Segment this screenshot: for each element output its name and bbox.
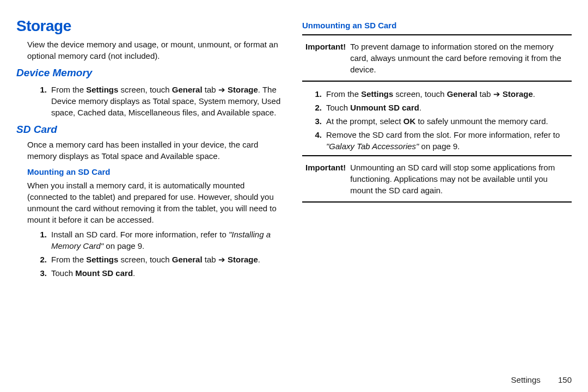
step-number: 2. — [33, 254, 47, 265]
step-text: From the Settings screen, touch General … — [51, 255, 260, 264]
step-text: At the prompt, select OK to safely unmou… — [326, 117, 548, 126]
storage-lead: View the device memory and usage, or mou… — [27, 39, 286, 62]
unmount-step-3: 3. At the prompt, select OK to safely un… — [308, 115, 572, 127]
right-column: Unmounting an SD Card Important! To prev… — [302, 15, 572, 365]
unmount-step-4: 4. Remove the SD card from the slot. For… — [308, 129, 572, 152]
mounting-desc: When you install a memory card, it is au… — [27, 180, 286, 225]
important-label: Important! — [305, 162, 346, 196]
important-prevent-damage: Important! To prevent damage to informat… — [302, 34, 572, 82]
mount-step-1: 1. Install an SD card. For more informat… — [33, 229, 286, 252]
heading-unmounting: Unmounting an SD Card — [302, 20, 572, 31]
step-number: 3. — [33, 267, 47, 279]
heading-device-memory: Device Memory — [16, 66, 286, 81]
footer-page-number: 150 — [558, 375, 572, 384]
device-memory-steps: 1. From the Settings screen, touch Gener… — [33, 84, 286, 118]
step-number: 4. — [308, 129, 322, 140]
step-text: Touch Mount SD card. — [51, 268, 135, 278]
mount-step-2: 2. From the Settings screen, touch Gener… — [33, 254, 286, 265]
step-number: 3. — [308, 115, 322, 127]
step-text: Install an SD card. For more information… — [51, 230, 271, 250]
important-text: Unmounting an SD card will stop some app… — [350, 162, 568, 196]
left-column: Storage View the device memory and usage… — [16, 15, 286, 365]
step-text: Touch Unmount SD card. — [326, 103, 421, 112]
mount-step-3: 3. Touch Mount SD card. — [33, 267, 286, 279]
unmount-step-1: 1. From the Settings screen, touch Gener… — [308, 88, 572, 100]
step-number: 1. — [33, 84, 47, 95]
manual-page: Storage View the device memory and usage… — [0, 0, 588, 370]
mounting-steps: 1. Install an SD card. For more informat… — [33, 229, 286, 279]
device-memory-step-1: 1. From the Settings screen, touch Gener… — [33, 84, 286, 118]
unmounting-steps: 1. From the Settings screen, touch Gener… — [308, 88, 572, 152]
page-footer: Settings 150 — [511, 374, 572, 385]
heading-mounting: Mounting an SD Card — [27, 166, 286, 177]
step-number: 2. — [308, 102, 322, 113]
unmount-step-2: 2. Touch Unmount SD card. — [308, 102, 572, 113]
important-unmount-warning: Important! Unmounting an SD card will st… — [302, 155, 572, 203]
important-label: Important! — [305, 41, 346, 75]
step-number: 1. — [308, 88, 322, 100]
important-text: To prevent damage to information stored … — [350, 41, 568, 75]
step-text: From the Settings screen, touch General … — [51, 85, 280, 117]
step-number: 1. — [33, 229, 47, 240]
heading-sd-card: SD Card — [16, 122, 286, 137]
step-text: From the Settings screen, touch General … — [326, 89, 535, 99]
step-text: Remove the SD card from the slot. For mo… — [326, 130, 560, 151]
sd-card-desc: Once a memory card has been installed in… — [27, 139, 286, 162]
footer-section: Settings — [511, 375, 541, 384]
page-title: Storage — [16, 15, 286, 36]
